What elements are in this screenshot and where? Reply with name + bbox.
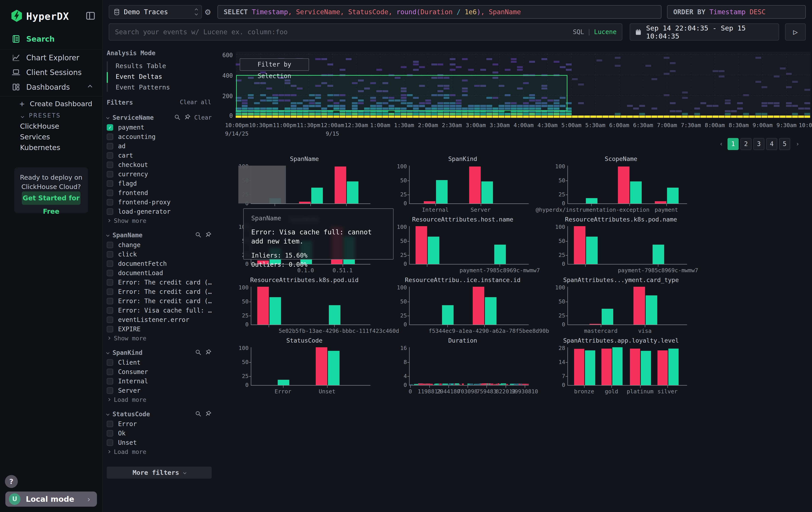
- checkbox[interactable]: [107, 251, 113, 258]
- bar-inliers[interactable]: [485, 297, 496, 325]
- bar-outliers[interactable]: [574, 349, 584, 385]
- bar-outliers[interactable]: [257, 287, 269, 325]
- page-4[interactable]: 4: [766, 138, 777, 150]
- bar-outliers[interactable]: [469, 166, 481, 204]
- checkbox[interactable]: [107, 242, 113, 248]
- bar-inliers[interactable]: [641, 351, 651, 385]
- checkbox[interactable]: [107, 143, 113, 150]
- bar-inliers[interactable]: [442, 305, 454, 325]
- search-icon[interactable]: [195, 349, 201, 356]
- checkbox[interactable]: [107, 190, 113, 196]
- bar-inliers[interactable]: [328, 351, 340, 385]
- checkbox[interactable]: [107, 261, 113, 267]
- bar-inliers[interactable]: [269, 297, 281, 325]
- analysis-mode-event-deltas[interactable]: Event Deltas: [107, 71, 211, 82]
- bar-inliers[interactable]: [278, 380, 289, 385]
- checkbox[interactable]: [107, 152, 113, 159]
- checkbox[interactable]: [107, 439, 113, 446]
- checkbox[interactable]: [107, 430, 113, 436]
- analysis-mode-results-table[interactable]: Results Table: [107, 60, 211, 71]
- filter-option[interactable]: ad: [107, 141, 212, 151]
- lang-toggle-lucene[interactable]: Lucene: [594, 28, 616, 36]
- search-input[interactable]: [115, 28, 570, 36]
- filter-option[interactable]: flagd: [107, 179, 212, 188]
- sidebar-item-clickhouse[interactable]: ClickHouse: [20, 122, 59, 131]
- pin-icon[interactable]: [205, 410, 212, 418]
- checkbox[interactable]: [107, 180, 113, 187]
- filter-option[interactable]: Client: [107, 358, 212, 367]
- bar-inliers[interactable]: [646, 295, 657, 325]
- chevron-down-icon[interactable]: [106, 351, 109, 354]
- filter-option[interactable]: Ok: [107, 429, 212, 438]
- checkbox[interactable]: [107, 307, 113, 314]
- create-dashboard-button[interactable]: +Create Dashboard: [19, 100, 92, 108]
- search-icon[interactable]: [174, 114, 180, 121]
- sidebar-item-dashboards[interactable]: Dashboards: [0, 80, 102, 95]
- show-more-button[interactable]: Load more: [107, 395, 212, 404]
- filter-option[interactable]: Error: The credit card (…: [107, 277, 212, 287]
- filter-option[interactable]: checkout: [107, 160, 212, 169]
- sql-select-expression[interactable]: SELECT Timestamp, ServiceName, StatusCod…: [218, 5, 662, 19]
- bar-inliers[interactable]: [630, 182, 642, 204]
- sidebar-item-services[interactable]: Services: [20, 133, 50, 141]
- show-more-button[interactable]: Load more: [107, 447, 212, 456]
- bar-outliers[interactable]: [574, 226, 585, 264]
- bar-inliers[interactable]: [428, 237, 439, 264]
- bar-outliers[interactable]: [424, 201, 435, 204]
- bar-inliers[interactable]: [667, 188, 678, 204]
- filter-option[interactable]: frontend: [107, 188, 212, 197]
- bar-outliers[interactable]: [618, 166, 630, 204]
- pin-icon[interactable]: [205, 231, 212, 239]
- filter-option[interactable]: EXPIRE: [107, 324, 212, 334]
- checkbox[interactable]: [107, 387, 113, 394]
- filter-option[interactable]: documentLoad: [107, 268, 212, 277]
- sidebar-item-search[interactable]: Search: [0, 32, 102, 46]
- show-more-button[interactable]: Show more: [107, 216, 212, 225]
- filter-option[interactable]: accounting: [107, 132, 212, 141]
- chevron-down-icon[interactable]: [106, 412, 109, 415]
- page-3[interactable]: 3: [753, 138, 764, 150]
- bar-inliers[interactable]: [602, 309, 613, 325]
- gear-icon[interactable]: ⚙: [205, 6, 210, 17]
- bar-inliers[interactable]: [586, 198, 598, 204]
- filter-option[interactable]: Error: The credit card (…: [107, 287, 212, 296]
- filter-option[interactable]: cart: [107, 151, 212, 160]
- bar-outliers[interactable]: [602, 349, 612, 385]
- chevron-down-icon[interactable]: [106, 234, 109, 237]
- bar-outliers[interactable]: [655, 201, 666, 204]
- bar-inliers[interactable]: [612, 347, 622, 385]
- filter-option[interactable]: Unset: [107, 438, 212, 447]
- bar-inliers[interactable]: [482, 182, 493, 204]
- sidebar-item-chart-explorer[interactable]: Chart Explorer: [0, 50, 102, 65]
- presets-toggle[interactable]: PRESETS: [21, 112, 61, 119]
- checkbox[interactable]: [107, 359, 113, 366]
- filter-option[interactable]: click: [107, 249, 212, 259]
- filter-option[interactable]: frontend-proxy: [107, 197, 212, 207]
- filter-option[interactable]: Server: [107, 386, 212, 395]
- bar-outliers[interactable]: [630, 349, 640, 385]
- bar-inliers[interactable]: [436, 180, 447, 204]
- bar-outliers[interactable]: [299, 202, 311, 204]
- bar-inliers[interactable]: [668, 349, 678, 385]
- checkbox[interactable]: [107, 317, 113, 323]
- get-started-button[interactable]: Get Started for Free: [22, 191, 81, 205]
- checkbox[interactable]: [107, 208, 113, 215]
- clear-all-button[interactable]: Clear all: [180, 99, 211, 106]
- filter-option[interactable]: Consumer: [107, 367, 212, 376]
- bar-outliers[interactable]: [473, 287, 484, 325]
- bar-inliers[interactable]: [311, 188, 323, 204]
- bar-inliers[interactable]: [329, 305, 340, 325]
- filter-option[interactable]: Error: The credit card (…: [107, 296, 212, 306]
- checkbox[interactable]: [107, 134, 113, 140]
- checkbox[interactable]: [107, 171, 113, 178]
- bar-inliers[interactable]: [347, 182, 358, 204]
- filter-option[interactable]: Error: [107, 419, 212, 429]
- filter-option[interactable]: load-generator: [107, 207, 212, 216]
- checkbox[interactable]: [107, 369, 113, 375]
- bar-inliers[interactable]: [494, 245, 506, 264]
- filter-option[interactable]: Error: Visa cache full: …: [107, 306, 212, 315]
- bar-inliers[interactable]: [586, 237, 598, 264]
- filter-by-selection-button[interactable]: Filter by Selection: [240, 58, 309, 71]
- bar-inliers[interactable]: [652, 245, 664, 264]
- checkbox[interactable]: [107, 289, 113, 295]
